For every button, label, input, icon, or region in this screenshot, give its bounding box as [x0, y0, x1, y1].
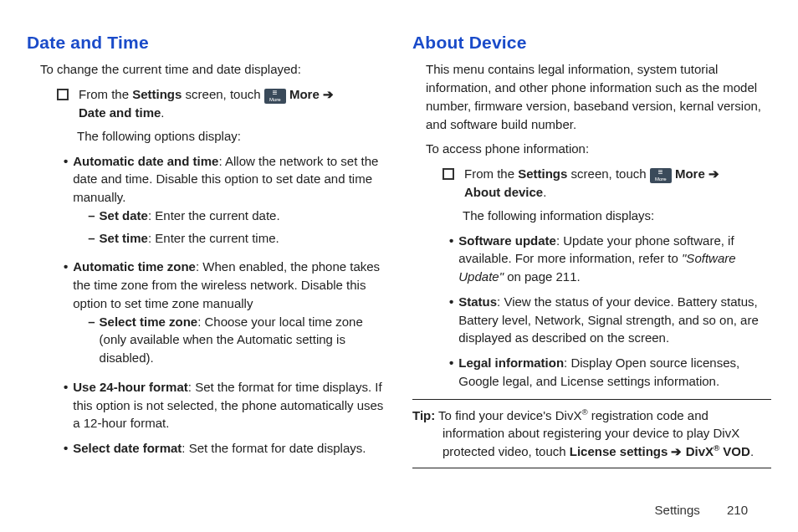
- intro-left: To change the current time and date disp…: [40, 60, 386, 79]
- footer-page-number: 210: [727, 503, 748, 517]
- left-column: Date and Time To change the current time…: [27, 30, 386, 532]
- option-set-date: – Set date: Enter the current date.: [88, 207, 386, 225]
- arrow-icon: ➔: [708, 166, 719, 181]
- intro-right: This menu contains legal information, sy…: [426, 60, 771, 133]
- options-intro: The following options display:: [77, 127, 386, 146]
- option-set-time: – Set time: Enter the current time.: [88, 229, 386, 248]
- option-auto-time-zone: • Automatic time zone: When enabled, the…: [64, 258, 386, 371]
- square-bullet-icon: [442, 168, 454, 180]
- heading-about-device: About Device: [412, 30, 771, 55]
- footer-section: Settings: [655, 503, 700, 517]
- info-intro: The following information displays:: [463, 207, 771, 225]
- option-auto-date-time: • Automatic date and time: Allow the net…: [64, 152, 386, 252]
- square-bullet-icon: [57, 89, 69, 100]
- option-24-hour: • Use 24-hour format: Set the format for…: [64, 378, 386, 432]
- info-software-update: • Software update: Update your phone sof…: [449, 232, 771, 286]
- option-select-time-zone: – Select time zone: Choose your local ti…: [88, 313, 386, 367]
- registered-icon: ®: [581, 407, 587, 417]
- arrow-icon: ➔: [671, 444, 682, 458]
- procedure-left: From the Settings screen, touch More Mor…: [57, 85, 386, 122]
- info-status: • Status: View the status of your device…: [449, 293, 771, 347]
- info-list-right: • Software update: Update your phone sof…: [449, 232, 771, 391]
- arrow-icon: ➔: [323, 87, 334, 101]
- page-footer: Settings 210: [655, 503, 748, 517]
- right-column: About Device This menu contains legal in…: [412, 30, 771, 532]
- more-icon: More: [650, 168, 672, 183]
- option-date-format: • Select date format: Set the format for…: [64, 439, 386, 458]
- heading-date-time: Date and Time: [27, 30, 386, 55]
- access-intro: To access phone information:: [426, 140, 771, 158]
- options-list-left: • Automatic date and time: Allow the net…: [64, 152, 386, 458]
- more-icon: More: [264, 89, 286, 104]
- tip-block: Tip: To find your device's DivX® registr…: [412, 399, 771, 468]
- procedure-right: From the Settings screen, touch More Mor…: [442, 165, 771, 202]
- tip-label: Tip:: [412, 408, 435, 422]
- procedure-text: From the Settings screen, touch More Mor…: [464, 165, 719, 202]
- info-legal: • Legal information: Display Open source…: [449, 354, 771, 391]
- procedure-text: From the Settings screen, touch More Mor…: [79, 85, 334, 122]
